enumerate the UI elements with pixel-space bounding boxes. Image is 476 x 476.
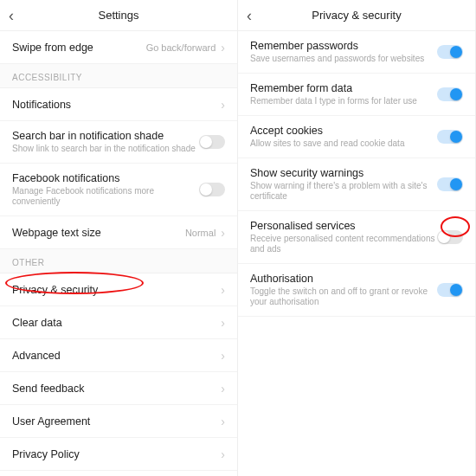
row-label: Privacy & security xyxy=(12,284,221,296)
row-sub: Show link to search bar in the notificat… xyxy=(12,144,199,154)
row-label: Personalised services xyxy=(250,220,437,232)
settings-title: Settings xyxy=(0,9,237,22)
send-feedback-row[interactable]: Send feedback › xyxy=(0,372,237,405)
authorisation-row[interactable]: Authorisation Toggle the switch on and o… xyxy=(238,264,475,317)
back-icon[interactable]: ‹ xyxy=(247,8,252,23)
row-value: Go back/forward xyxy=(146,42,216,53)
privacy-header: ‹ Privacy & security xyxy=(238,0,475,31)
facebook-toggle[interactable] xyxy=(199,183,225,196)
row-label: Advanced xyxy=(12,350,221,362)
row-label: Search bar in notification shade xyxy=(12,130,199,142)
chevron-right-icon: › xyxy=(221,41,225,55)
cookies-toggle[interactable] xyxy=(437,130,463,144)
user-agreement-row[interactable]: User Agreement › xyxy=(0,405,237,438)
row-label: Webpage text size xyxy=(12,227,185,239)
row-label: Authorisation xyxy=(250,273,437,285)
privacy-security-row[interactable]: Privacy & security › xyxy=(0,273,237,306)
chevron-right-icon: › xyxy=(221,349,225,363)
searchbar-row[interactable]: Search bar in notification shade Show li… xyxy=(0,121,237,164)
back-icon[interactable]: ‹ xyxy=(9,8,14,23)
chevron-right-icon: › xyxy=(221,226,225,240)
security-warnings-row[interactable]: Show security warnings Show warning if t… xyxy=(238,158,475,211)
section-accessibility: ACCESSIBILITY xyxy=(0,64,237,88)
row-label: Send feedback xyxy=(12,383,221,395)
personalised-services-row[interactable]: Personalised services Receive personalis… xyxy=(238,211,475,264)
advanced-row[interactable]: Advanced › xyxy=(0,339,237,372)
row-label: Facebook notifications xyxy=(12,172,199,184)
row-sub: Show warning if there's a problem with a… xyxy=(250,181,437,202)
row-sub: Manage Facebook notifications more conve… xyxy=(12,186,199,207)
facebook-row[interactable]: Facebook notifications Manage Facebook n… xyxy=(0,164,237,216)
privacy-list: Remember passwords Save usernames and pa… xyxy=(238,31,475,476)
row-label: Notifications xyxy=(12,99,221,111)
row-sub: Allow sites to save and read cookie data xyxy=(250,138,437,149)
searchbar-toggle[interactable] xyxy=(199,135,225,149)
remember-form-row[interactable]: Remember form data Remember data I type … xyxy=(238,74,475,116)
remember-passwords-row[interactable]: Remember passwords Save usernames and pa… xyxy=(238,31,475,74)
section-other: OTHER xyxy=(0,249,237,273)
row-label: Privacy Policy xyxy=(12,448,221,460)
chevron-right-icon: › xyxy=(221,382,225,396)
authorisation-toggle[interactable] xyxy=(437,283,463,297)
settings-list: Swipe from edge Go back/forward › ACCESS… xyxy=(0,31,237,476)
row-label: Show security warnings xyxy=(250,167,437,179)
swipe-from-edge-row[interactable]: Swipe from edge Go back/forward › xyxy=(0,31,237,64)
clear-data-row[interactable]: Clear data › xyxy=(0,306,237,339)
settings-pane: ‹ Settings Swipe from edge Go back/forwa… xyxy=(0,0,238,476)
remember-form-toggle[interactable] xyxy=(437,87,463,101)
remember-passwords-toggle[interactable] xyxy=(437,45,463,59)
row-label: Remember passwords xyxy=(250,40,437,52)
personalised-toggle[interactable] xyxy=(437,230,463,244)
privacy-policy-row[interactable]: Privacy Policy › xyxy=(0,438,237,471)
row-label: Clear data xyxy=(12,317,221,329)
version-info-row[interactable]: Version info V11.2.4-g › xyxy=(0,471,237,476)
chevron-right-icon: › xyxy=(221,447,225,461)
row-value: Normal xyxy=(185,228,215,238)
webpage-text-row[interactable]: Webpage text size Normal › xyxy=(0,216,237,249)
row-label: Accept cookies xyxy=(250,125,437,137)
row-label: User Agreement xyxy=(12,415,221,428)
privacy-title: Privacy & security xyxy=(238,9,475,22)
notifications-row[interactable]: Notifications › xyxy=(0,88,237,121)
chevron-right-icon: › xyxy=(221,316,225,330)
chevron-right-icon: › xyxy=(221,98,225,112)
settings-header: ‹ Settings xyxy=(0,0,237,31)
chevron-right-icon: › xyxy=(221,283,225,297)
warnings-toggle[interactable] xyxy=(437,177,463,191)
row-label: Swipe from edge xyxy=(12,42,146,54)
row-label: Remember form data xyxy=(250,82,437,94)
row-sub: Save usernames and passwords for website… xyxy=(250,54,437,64)
row-sub: Toggle the switch on and off to grant or… xyxy=(250,286,437,307)
accept-cookies-row[interactable]: Accept cookies Allow sites to save and r… xyxy=(238,116,475,158)
row-sub: Receive personalised content recommendat… xyxy=(250,234,437,254)
chevron-right-icon: › xyxy=(221,415,225,428)
row-sub: Remember data I type in forms for later … xyxy=(250,96,437,106)
privacy-pane: ‹ Privacy & security Remember passwords … xyxy=(238,0,476,476)
